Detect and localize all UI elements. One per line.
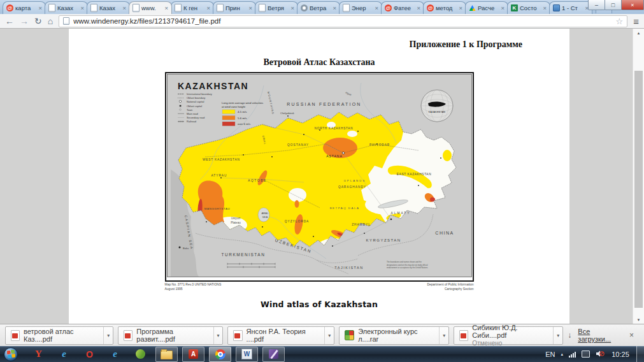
minimize-button[interactable]: – <box>588 0 605 10</box>
purple-app-icon <box>269 349 278 359</box>
download-filename[interactable]: Программа развит....pdf <box>136 328 208 343</box>
tab-close-icon[interactable]: × <box>290 5 294 11</box>
map-label-ustyurt: Ustyurt <box>231 217 240 220</box>
tray-expand-icon[interactable]: ▴ <box>561 352 563 357</box>
browser-tab[interactable]: Расче × <box>465 1 508 14</box>
tab-close-icon[interactable]: × <box>38 5 42 11</box>
back-button-icon[interactable]: ← <box>5 17 14 25</box>
tab-close-icon[interactable]: × <box>122 5 126 11</box>
url-text[interactable]: www.windenergy.kz/files/1213794617_file.… <box>73 17 220 25</box>
address-bar[interactable]: www.windenergy.kz/files/1213794617_file.… <box>59 15 627 27</box>
taskbar-opera-button[interactable]: O <box>79 347 100 361</box>
maximize-button[interactable]: □ <box>605 0 622 10</box>
document-favicon-icon <box>175 4 182 12</box>
legend-class-label: 4-5 m/s <box>238 110 247 113</box>
drive-favicon-icon <box>469 5 476 11</box>
map-label-west-kazakhstan: WEST KAZAKHSTAN <box>203 158 240 161</box>
map-label-north-kazakhstan: NORTH KAZAKHSTAN <box>314 127 353 130</box>
download-dropdown-icon[interactable]: ▾ <box>324 327 334 344</box>
download-dropdown-icon[interactable]: ▾ <box>213 327 223 344</box>
menu-hamburger-icon[interactable]: ≡ <box>633 16 639 27</box>
browser-window: @ карта × Казах × Казах × www. × К ген ×… <box>0 0 644 362</box>
taskbar-purple-app-button[interactable] <box>262 347 285 362</box>
legend-item: Town <box>187 108 192 112</box>
tab-close-icon[interactable]: × <box>333 5 336 11</box>
map-label-aral-sea: ARAL <box>261 212 269 215</box>
tab-close-icon[interactable]: × <box>164 5 168 11</box>
scrollbar-thumb[interactable] <box>634 71 643 308</box>
tab-label: Энер <box>352 4 373 11</box>
browser-tab-active[interactable]: www. × <box>129 1 172 14</box>
browser-tab[interactable]: K Состо × <box>507 1 550 14</box>
close-window-button[interactable]: × <box>621 0 644 10</box>
download-dropdown-icon[interactable]: ▾ <box>439 327 448 344</box>
document-favicon-icon <box>259 4 266 12</box>
legend-swatch-yellow <box>222 110 235 114</box>
taskbar-yandex-button[interactable]: Y <box>28 347 49 361</box>
map-label-zhambyl: ZHAMBYL <box>352 223 371 226</box>
download-item[interactable]: Программа развит....pdf ▾ <box>118 326 223 345</box>
tab-close-icon[interactable]: × <box>501 5 504 11</box>
map-frame: KAZAKHSTAN International boundary Oblas <box>165 72 474 282</box>
browser-tab[interactable]: Прин × <box>213 1 256 14</box>
browser-tab[interactable]: @ Фатее × <box>381 1 424 14</box>
taskbar-word-button[interactable]: W <box>236 347 258 362</box>
bookmark-star-icon[interactable]: ☆ <box>616 17 624 26</box>
browser-tab[interactable]: Казах × <box>45 1 88 14</box>
scroll-up-icon[interactable]: ▲ <box>633 29 644 37</box>
tab-label: Казах <box>99 4 120 11</box>
taskbar-zona-button[interactable] <box>130 347 151 361</box>
download-filename[interactable]: Сибикин Ю.Д. Сиби....pdf <box>472 324 548 340</box>
tab-close-icon[interactable]: × <box>417 5 420 11</box>
scroll-down-icon[interactable]: ▼ <box>633 315 644 324</box>
download-dropdown-icon[interactable]: ▾ <box>103 327 113 344</box>
download-item[interactable]: Электронный курс л....rar ▾ <box>339 326 449 345</box>
browser-tab[interactable]: Ветра × <box>297 1 340 14</box>
taskbar-ie2-button[interactable]: e <box>104 347 125 361</box>
signal-bars-icon[interactable] <box>569 351 576 358</box>
download-item-cancelled[interactable]: Сибикин Ю.Д. Сиби....pdf Отменено ▾ <box>454 326 563 345</box>
tab-close-icon[interactable]: × <box>459 5 462 11</box>
blue-favicon-icon <box>553 4 560 11</box>
downloads-bar-close-icon[interactable]: × <box>627 331 636 340</box>
browser-tab[interactable]: Казах × <box>87 1 130 14</box>
taskbar-explorer-button[interactable] <box>155 347 178 362</box>
tab-label: Ветря <box>268 4 289 11</box>
taskbar-chrome-button[interactable] <box>209 347 231 362</box>
tab-close-icon[interactable]: × <box>543 5 547 11</box>
taskbar-ie-button[interactable]: e <box>54 347 75 361</box>
download-dropdown-icon[interactable]: ▾ <box>553 327 562 344</box>
browser-tab[interactable]: @ метод × <box>423 1 466 14</box>
tab-close-icon[interactable]: × <box>248 5 252 11</box>
language-indicator[interactable]: EN <box>545 351 555 358</box>
reload-button-icon[interactable]: ↻ <box>34 17 42 25</box>
show-desktop-button[interactable] <box>636 346 644 362</box>
vertical-scrollbar[interactable]: ▲ ▼ <box>633 29 644 324</box>
tab-close-icon[interactable]: × <box>206 5 210 11</box>
taskbar-acrobat-button[interactable]: A <box>182 347 204 362</box>
taskbar-clock[interactable]: 10:25 <box>610 351 631 358</box>
map-label-qyzylorda: QYZYLORDA <box>284 220 309 223</box>
browser-tab[interactable]: Ветря × <box>255 1 298 14</box>
download-item[interactable]: Янсон Р.А. Теория ....pdf ▾ <box>227 326 334 345</box>
start-button[interactable] <box>1 346 20 362</box>
taskbar: Y e O e A W EN ▴ 10 <box>0 346 644 362</box>
tab-close-icon[interactable]: × <box>80 5 84 11</box>
browser-tab[interactable]: К ген × <box>171 1 214 14</box>
all-downloads-link[interactable]: Все загрузки... <box>578 328 620 343</box>
home-button-icon[interactable]: ⌂ <box>48 17 53 25</box>
volume-muted-icon[interactable] <box>596 350 605 359</box>
tab-close-icon[interactable]: × <box>375 5 378 11</box>
network-icon[interactable] <box>582 351 590 358</box>
download-filename[interactable]: Янсон Р.А. Теория ....pdf <box>247 328 320 343</box>
browser-tab[interactable]: Энер × <box>339 1 382 14</box>
download-filename[interactable]: ветровой атлас Каз....pdf <box>24 328 98 343</box>
browser-tab[interactable]: 1 - Ст × <box>549 1 592 14</box>
windows-logo-icon <box>4 347 18 361</box>
browser-tab[interactable]: @ карта × <box>3 1 46 14</box>
download-item[interactable]: ветровой атлас Каз....pdf ▾ <box>5 326 113 345</box>
doc-title: Ветровой Атлас Казахстана <box>69 57 569 68</box>
forward-button-icon[interactable]: → <box>20 17 29 25</box>
download-filename[interactable]: Электронный курс л....rar <box>358 328 434 343</box>
map-disclaimer: endorsement or acceptance by the United … <box>387 266 428 269</box>
